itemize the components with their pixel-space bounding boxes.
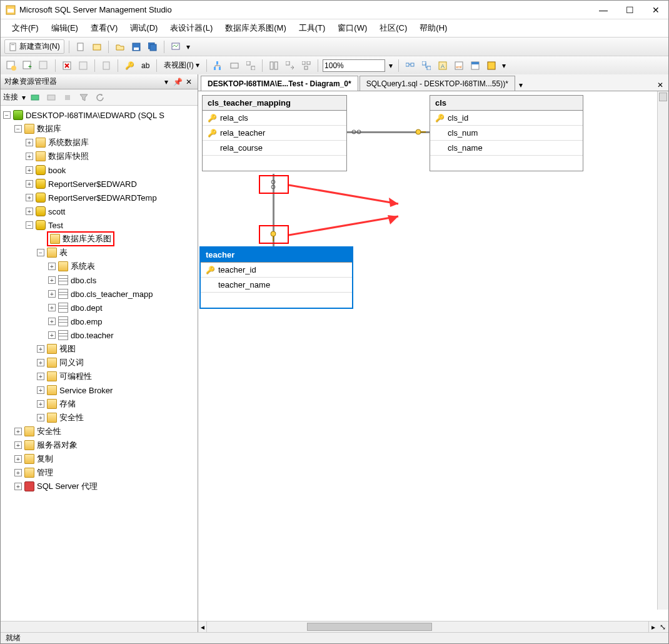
table-view-dropdown[interactable]: 表视图(I) ▾ [161,60,202,71]
menu-debug[interactable]: 调试(D) [125,20,163,36]
tb-xml-icon[interactable]: xml [452,59,466,73]
tree-service-broker[interactable]: +Service Broker [1,383,198,397]
oe-connect-icon[interactable] [28,91,42,104]
table-column[interactable]: 🔑rela_course [203,141,346,156]
tab-close-icon[interactable]: ✕ [655,79,666,91]
table-column[interactable]: 🔑cls_id [430,111,583,126]
tree-db-reportservertemp[interactable]: +ReportServer$EDWARDTemp [1,191,198,204]
menu-db-diagram[interactable]: 数据库关系图(M) [220,20,291,36]
tb-add-table-icon[interactable]: + [21,59,34,73]
tb-dd2-icon[interactable]: ▾ [501,59,507,73]
tb-open-icon[interactable] [113,40,127,54]
tb-arrange-tables-icon[interactable] [299,59,313,73]
table-column[interactable]: 🔑cls_name [430,141,583,156]
tb-save-icon[interactable] [129,40,143,54]
minimize-button[interactable]: — [596,4,611,16]
table-column-empty[interactable] [203,156,346,171]
tb-new-annotation-icon[interactable] [403,59,417,73]
diagram-table-teacher[interactable]: teacher 🔑teacher_id 🔑teacher_name [199,246,353,309]
scroll-up-icon[interactable] [659,93,667,101]
tree-storage[interactable]: +存储 [1,397,198,411]
tb-zoom-dd-icon[interactable]: ▾ [388,59,394,73]
tree-synonyms[interactable]: +同义词 [1,356,198,370]
tb-delete-icon[interactable] [60,59,74,73]
tree-system-tables[interactable]: +系统表 [1,259,198,273]
connect-label[interactable]: 连接 [3,92,18,103]
tree-db-snapshots[interactable]: +数据库快照 [1,149,198,163]
menu-tools[interactable]: 工具(T) [294,20,331,36]
tree-tables[interactable]: −表 [1,246,198,259]
tree-management[interactable]: +管理 [1,466,198,480]
oe-stop-icon[interactable] [61,91,74,104]
tree-security-inner[interactable]: +安全性 [1,411,198,425]
tree-replication[interactable]: +复制 [1,452,198,466]
tree-db-diagrams[interactable]: 数据库关系图 [1,232,198,246]
menu-file[interactable]: 文件(F) [7,20,44,36]
menu-view[interactable]: 查看(V) [86,20,123,36]
diagram-table-cls[interactable]: cls 🔑cls_id 🔑cls_num 🔑cls_name [430,95,583,171]
close-button[interactable]: ✕ [648,4,663,16]
tb-page-break-icon[interactable] [267,59,281,73]
oe-disconnect-icon[interactable] [44,91,58,104]
new-query-button[interactable]: 新建查询(N) [4,39,64,54]
menu-edit[interactable]: 编辑(E) [46,20,83,36]
resize-handle-icon[interactable]: ⤡ [657,621,668,632]
table-header[interactable]: cls_teacher_mapping [203,96,346,111]
editor-scrollbar-v[interactable] [657,91,668,610]
object-explorer-tree[interactable]: −DESKTOP-I68TIMA\EDWARD (SQL S −数据库 +系统数… [1,106,198,621]
tb-save-all-icon[interactable] [146,40,159,54]
oe-filter-icon[interactable] [77,91,91,104]
maximize-button[interactable]: ☐ [622,4,637,16]
panel-close-icon[interactable]: ✕ [184,77,194,87]
tree-server[interactable]: −DESKTOP-I68TIMA\EDWARD (SQL S [1,108,198,122]
tree-db-reportserver[interactable]: +ReportServer$EDWARD [1,177,198,191]
tree-security[interactable]: +安全性 [1,425,198,438]
tb-new-project-icon[interactable] [90,40,104,54]
diagram-table-cls-teacher-mapping[interactable]: cls_teacher_mapping 🔑rela_cls 🔑rela_teac… [202,95,347,171]
panel-dropdown-icon[interactable]: ▾ [161,77,171,87]
tab-dropdown-icon[interactable]: ▾ [516,79,525,91]
tree-views[interactable]: +视图 [1,342,198,356]
tree-table-cls[interactable]: +dbo.cls [1,273,198,287]
table-header[interactable]: cls [430,96,583,111]
tb-fulltext-icon[interactable] [485,59,498,73]
table-column[interactable]: 🔑cls_num [430,126,583,141]
tb-recalc-icon[interactable] [283,59,297,73]
menu-table-designer[interactable]: 表设计器(L) [165,20,218,36]
panel-pin-icon[interactable]: 📌 [173,77,183,87]
tb-ab-label[interactable]: ab [139,61,152,70]
tab-diagram[interactable]: DESKTOP-I68TIMA\E...Test - Diagram_0* [201,76,358,91]
tree-table-emp[interactable]: +dbo.emp [1,314,198,328]
diagram-canvas[interactable]: cls_teacher_mapping 🔑rela_cls 🔑rela_teac… [198,91,668,621]
tb-constraints-icon[interactable] [468,59,482,73]
tree-db-book[interactable]: +book [1,163,198,177]
tree-db-scott[interactable]: +scott [1,204,198,218]
tb-rel-icon[interactable] [420,59,433,73]
tb-activity-monitor-icon[interactable] [169,40,183,54]
table-column[interactable]: 🔑rela_teacher [203,126,346,141]
tree-table-teacher[interactable]: +dbo.teacher [1,328,198,342]
table-column[interactable]: 🔑teacher_name [201,278,352,293]
menu-community[interactable]: 社区(C) [375,20,412,36]
table-column[interactable]: 🔑teacher_id [201,263,352,278]
zoom-combo[interactable] [323,59,385,72]
scroll-left-icon[interactable]: ◂ [198,621,207,632]
tb-remove-icon[interactable] [76,59,90,73]
tree-db-test[interactable]: −Test [1,218,198,232]
tree-databases[interactable]: −数据库 [1,122,198,136]
tree-sql-agent[interactable]: +SQL Server 代理 [1,480,198,493]
menu-help[interactable]: 帮助(H) [415,20,452,36]
tree-system-databases[interactable]: +系统数据库 [1,136,198,149]
tb-show-rel-icon[interactable] [211,59,225,73]
tb-new-file-icon[interactable] [74,40,88,54]
tab-sqlquery[interactable]: SQLQuery1.sql - DESKTOP-I68TIM...55))* [360,76,515,91]
menu-window[interactable]: 窗口(W) [333,20,372,36]
tb-add-related-icon[interactable] [37,59,51,73]
tree-server-objects[interactable]: +服务器对象 [1,438,198,452]
tree-programmability[interactable]: +可编程性 [1,370,198,383]
tree-table-cls-teacher-mapping[interactable]: +dbo.cls_teacher_mapp [1,287,198,301]
tb-a-icon[interactable]: A [436,59,450,73]
scroll-thumb[interactable] [307,623,432,631]
scroll-right-icon[interactable]: ▸ [648,621,657,632]
tb-new-table-icon[interactable] [4,59,18,73]
